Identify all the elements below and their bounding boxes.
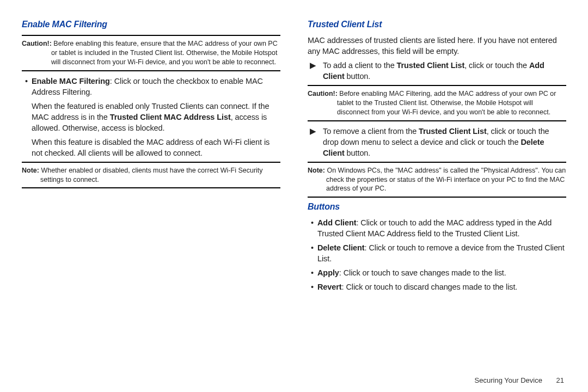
apply-rest: : Click or touch to save changes made to… xyxy=(339,268,506,277)
note-box-left: Note: Whether enabled or disabled, clien… xyxy=(22,166,280,185)
remove-client-instruction: ▶ To remove a client from the Trusted Cl… xyxy=(308,126,566,158)
button-add-client: Add Client: Click or touch to add the MA… xyxy=(308,217,566,239)
caution-text-right: Before enabling MAC Filtering, add the M… xyxy=(337,90,556,116)
rule-before-caution-right xyxy=(308,85,566,86)
left-column: Enable MAC Filtering Caution!: Before en… xyxy=(22,20,294,377)
disabled-paragraph: When this feature is disabled the MAC ad… xyxy=(22,137,280,158)
caution-label-right: Caution!: xyxy=(308,90,338,97)
rule-after-caution-right xyxy=(308,120,566,121)
rule-top xyxy=(22,35,280,36)
note-box-right: Note: On Windows PCs, the "MAC address" … xyxy=(308,166,566,194)
arrow1-bold1: Trusted Client List xyxy=(397,61,465,70)
footer-page-number: 21 xyxy=(556,376,564,384)
rule-after-caution xyxy=(22,70,280,71)
caution-box-left: Caution!: Before enabling this feature, … xyxy=(22,39,280,67)
heading-enable-mac-filtering: Enable MAC Filtering xyxy=(22,20,280,29)
rule-before-note-right xyxy=(308,162,566,163)
delete-client-bold: Delete Client xyxy=(317,243,365,252)
enable-mac-paragraph: Enable MAC Filtering: Click or touch the… xyxy=(22,76,280,97)
arrow1-a: To add a client to the xyxy=(323,61,397,70)
arrow-right-icon: ▶ xyxy=(310,127,316,135)
trusted-intro: MAC addresses of trusted clients are lis… xyxy=(308,35,566,57)
button-apply: Apply: Click or touch to save changes ma… xyxy=(308,267,566,278)
arrow-right-icon: ▶ xyxy=(310,61,316,69)
arrow1-c: button. xyxy=(345,72,371,81)
rule-before-note xyxy=(22,162,280,163)
page-footer: Securing Your Device 21 xyxy=(475,376,564,384)
manual-page: Enable MAC Filtering Caution!: Before en… xyxy=(0,0,588,392)
arrow2-c: button. xyxy=(345,149,371,157)
note-text-right: On Windows PCs, the "MAC address" is cal… xyxy=(326,167,566,193)
revert-rest: : Click or touch to discard changes made… xyxy=(342,283,518,291)
note-label: Note: xyxy=(22,167,39,174)
add-client-bold: Add Client xyxy=(317,218,357,227)
button-delete-client: Delete Client: Click or touch to remove … xyxy=(308,242,566,264)
heading-trusted-client-list: Trusted Client List xyxy=(308,20,566,29)
footer-section: Securing Your Device xyxy=(475,376,542,384)
rule-after-note xyxy=(22,187,280,188)
add-client-instruction: ▶ To add a client to the Trusted Client … xyxy=(308,60,566,82)
heading-buttons: Buttons xyxy=(308,202,566,212)
arrow2-bold1: Trusted Client List xyxy=(419,127,487,136)
caution-label: Caution!: xyxy=(22,40,52,47)
caution-text: Before enabling this feature, ensure tha… xyxy=(51,40,278,66)
rule-after-note-right xyxy=(308,197,566,198)
revert-bold: Revert xyxy=(317,283,342,291)
note-text: Whether enabled or disabled, clients mus… xyxy=(40,167,263,183)
button-revert: Revert: Click or touch to discard change… xyxy=(308,281,566,292)
caution-box-right: Caution!: Before enabling MAC Filtering,… xyxy=(308,89,566,117)
apply-bold: Apply xyxy=(317,268,339,277)
trusted-list-paragraph: When the featured is enabled only Truste… xyxy=(22,101,280,133)
right-column: Trusted Client List MAC addresses of tru… xyxy=(294,20,566,377)
arrow1-b: , click or touch the xyxy=(464,61,529,70)
p2-bold: Trusted Client MAC Address List xyxy=(110,113,231,121)
note-label-right: Note: xyxy=(308,167,325,174)
arrow2-a: To remove a client from the xyxy=(323,127,419,136)
enable-mac-bold: Enable MAC Filtering xyxy=(32,77,110,85)
